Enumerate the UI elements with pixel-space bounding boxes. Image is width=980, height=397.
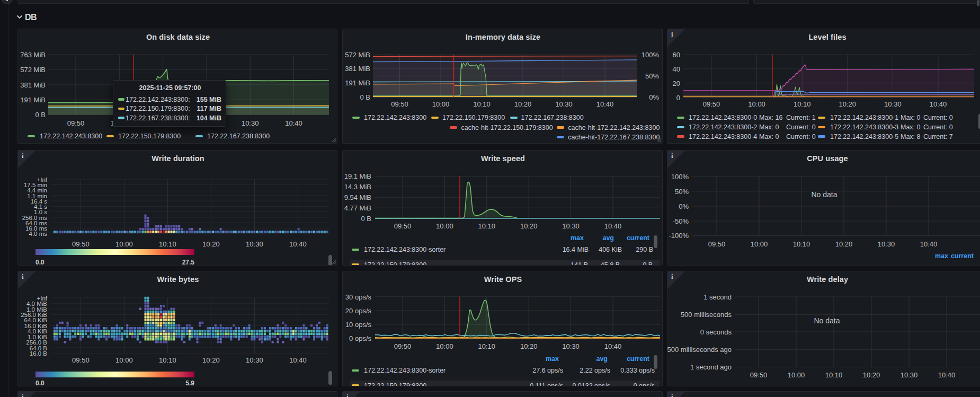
svg-text:i: i: [346, 393, 349, 397]
svg-text:i: i: [22, 393, 24, 397]
svg-text:i: i: [671, 393, 673, 397]
